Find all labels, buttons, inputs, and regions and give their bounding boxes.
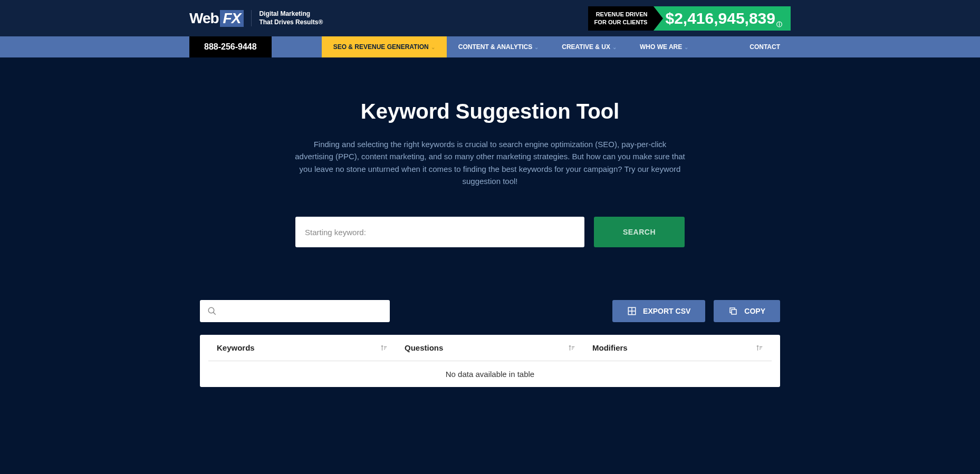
nav-who-we-are[interactable]: WHO WE ARE ⌄ (628, 36, 700, 57)
export-label: EXPORT CSV (643, 307, 690, 315)
chevron-down-icon: ⌄ (431, 44, 435, 50)
page-description: Finding and selecting the right keywords… (295, 138, 685, 187)
chevron-down-icon: ⌄ (612, 44, 617, 50)
nav-creative-ux[interactable]: CREATIVE & UX ⌄ (550, 36, 628, 57)
top-header: WebFX Digital Marketing That Drives Resu… (0, 0, 980, 36)
revenue-arrow-icon (654, 6, 663, 31)
logo-block[interactable]: WebFX Digital Marketing That Drives Resu… (189, 10, 323, 27)
nav-label: CONTACT (750, 43, 780, 51)
info-icon[interactable]: ⓘ (776, 21, 782, 28)
column-header-modifiers[interactable]: Modifiers (584, 335, 772, 361)
search-row: SEARCH (200, 217, 780, 247)
sort-icon (380, 344, 388, 352)
nav-seo-revenue[interactable]: SEO & REVENUE GENERATION ⌄ (322, 36, 447, 57)
revenue-label-line-1: REVENUE DRIVEN (594, 11, 648, 18)
revenue-amount-value: $2,416,945,839 (665, 9, 775, 27)
results-table: Keywords Questions Modifiers No data ava… (200, 335, 780, 387)
sort-icon (568, 344, 575, 352)
revenue-label-line-2: FOR OUR CLIENTS (594, 18, 648, 26)
nav-label: CONTENT & ANALYTICS (458, 43, 532, 51)
svg-line-1 (213, 312, 216, 315)
phone-number[interactable]: 888-256-9448 (189, 36, 272, 57)
revenue-badge[interactable]: REVENUE DRIVEN FOR OUR CLIENTS $2,416,94… (588, 6, 791, 31)
tagline-line-1: Digital Marketing (259, 10, 323, 18)
main-content: Keyword Suggestion Tool Finding and sele… (189, 57, 791, 408)
logo-text-web: Web (189, 10, 219, 27)
grid-icon (627, 306, 637, 316)
main-nav: 888-256-9448 SEO & REVENUE GENERATION ⌄ … (0, 36, 980, 57)
search-icon (207, 306, 217, 316)
nav-content-analytics[interactable]: CONTENT & ANALYTICS ⌄ (447, 36, 550, 57)
copy-button[interactable]: COPY (714, 300, 780, 322)
sort-icon (756, 344, 763, 352)
nav-label: CREATIVE & UX (562, 43, 610, 51)
column-label: Keywords (217, 343, 255, 352)
copy-icon (728, 306, 738, 316)
column-header-questions[interactable]: Questions (396, 335, 584, 361)
page-title: Keyword Suggestion Tool (200, 100, 780, 123)
filter-wrap[interactable] (200, 300, 390, 322)
column-header-keywords[interactable]: Keywords (208, 335, 396, 361)
svg-point-0 (208, 307, 214, 313)
search-button[interactable]: SEARCH (594, 217, 685, 247)
toolbar-row: EXPORT CSV COPY (200, 300, 780, 322)
button-group: EXPORT CSV COPY (612, 300, 780, 322)
tagline-line-2: That Drives Results® (259, 18, 323, 27)
chevron-down-icon: ⌄ (534, 44, 539, 50)
copy-label: COPY (744, 307, 765, 315)
nav-contact[interactable]: CONTACT (738, 36, 791, 57)
column-label: Questions (405, 343, 443, 352)
nav-label: WHO WE ARE (640, 43, 682, 51)
logo-text-fx: FX (220, 10, 244, 27)
nav-label: SEO & REVENUE GENERATION (333, 43, 429, 51)
logo: WebFX (189, 10, 244, 27)
chevron-down-icon: ⌄ (684, 44, 688, 50)
table-head: Keywords Questions Modifiers (200, 335, 780, 361)
revenue-label: REVENUE DRIVEN FOR OUR CLIENTS (588, 6, 654, 31)
revenue-amount: $2,416,945,839 ⓘ (663, 6, 791, 31)
filter-input[interactable] (222, 307, 382, 315)
column-label: Modifiers (592, 343, 628, 352)
svg-rect-5 (732, 309, 736, 314)
keyword-input[interactable] (295, 217, 584, 247)
export-csv-button[interactable]: EXPORT CSV (612, 300, 705, 322)
no-data-message: No data available in table (200, 361, 780, 387)
